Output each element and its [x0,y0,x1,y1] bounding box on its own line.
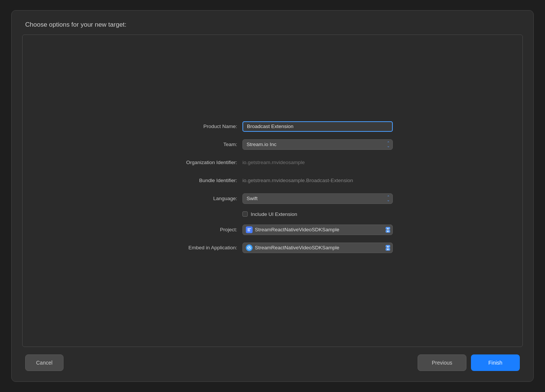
embed-icon [246,244,253,251]
footer-left: Cancel [25,354,64,371]
project-icon [246,226,253,233]
bundle-id-value: io.getstream.rnvideosample.Broadcast-Ext… [242,175,393,186]
project-select-text: StreamReactNativeVideoSDKSample [255,227,339,232]
bundle-id-row: Bundle Identifier: io.getstream.rnvideos… [152,175,393,186]
dialog-footer: Cancel Previous Finish [12,347,533,381]
finish-button[interactable]: Finish [471,354,520,371]
embed-label: Embed in Application: [152,245,242,250]
team-row: Team: Stream.io Inc [152,139,393,150]
include-ui-label: Include UI Extension [251,211,297,217]
include-ui-row: Include UI Extension [152,211,393,217]
dialog: Choose options for your new target: Prod… [11,10,534,382]
embed-stepper-up[interactable]: ▲ [386,245,390,247]
embed-stepper-down[interactable]: ▼ [386,248,390,250]
embed-stepper: ▲ ▼ [386,245,390,250]
include-ui-wrapper: Include UI Extension [242,211,297,217]
dialog-header: Choose options for your new target: [12,11,533,35]
language-label: Language: [152,196,242,201]
project-stepper: ▲ ▼ [386,227,390,232]
dialog-body: Product Name: Team: Stream.io Inc Organi… [22,35,523,347]
form-container: Product Name: Team: Stream.io Inc Organi… [152,121,393,261]
dialog-title: Choose options for your new target: [25,21,126,28]
embed-select[interactable]: StreamReactNativeVideoSDKSample ▲ ▼ [242,243,393,253]
include-ui-checkbox[interactable] [242,211,248,217]
project-stepper-up[interactable]: ▲ [386,227,390,229]
cancel-button[interactable]: Cancel [25,354,64,371]
embed-select-text: StreamReactNativeVideoSDKSample [255,245,339,250]
project-select[interactable]: StreamReactNativeVideoSDKSample ▲ ▼ [242,225,393,235]
project-select-wrapper[interactable]: StreamReactNativeVideoSDKSample ▲ ▼ [242,225,393,235]
project-stepper-down[interactable]: ▼ [386,230,390,232]
footer-right: Previous Finish [418,354,520,371]
team-select[interactable]: Stream.io Inc [242,139,393,150]
project-label: Project: [152,227,242,232]
embed-select-wrapper[interactable]: StreamReactNativeVideoSDKSample ▲ ▼ [242,243,393,253]
language-row: Language: Swift [152,193,393,204]
team-label: Team: [152,142,242,147]
product-name-row: Product Name: [152,121,393,132]
product-name-input[interactable] [242,121,393,132]
embed-row: Embed in Application: StreamReactNativeV… [152,243,393,253]
org-id-row: Organization Identifier: [152,157,393,168]
project-row: Project: StreamReactNativeVideoSDKSample… [152,225,393,235]
team-select-wrapper: Stream.io Inc [242,139,393,150]
org-id-input [242,157,393,168]
language-select[interactable]: Swift [242,193,393,204]
org-id-label: Organization Identifier: [152,160,242,165]
product-name-label: Product Name: [152,124,242,129]
language-select-wrapper: Swift [242,193,393,204]
previous-button[interactable]: Previous [418,354,466,371]
bundle-id-label: Bundle Identifier: [152,178,242,183]
